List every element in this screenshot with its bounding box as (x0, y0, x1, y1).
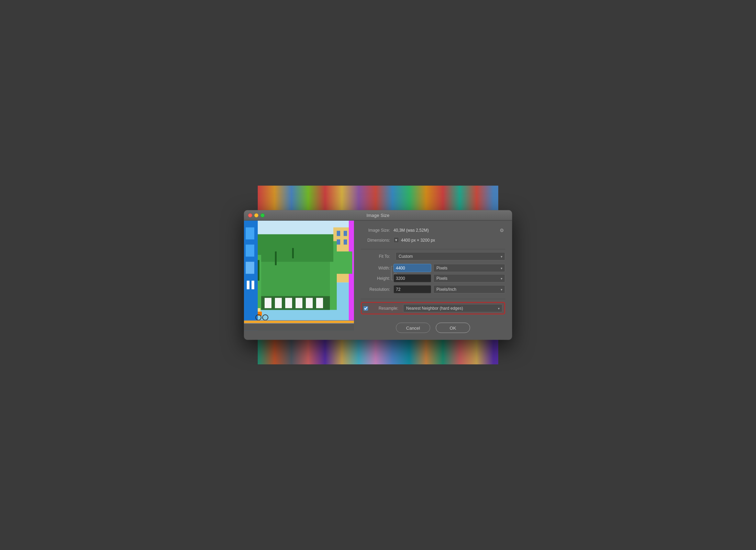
fit-to-select-wrapper: Custom Original Size (396, 252, 505, 261)
svg-rect-14 (265, 298, 271, 308)
svg-rect-18 (306, 298, 313, 308)
canvas-bottom-bg (258, 337, 498, 364)
resample-checkbox[interactable] (364, 306, 368, 310)
svg-rect-6 (344, 240, 347, 245)
image-size-row: Image Size: 40,3M (was 2,52M) ⚙ (361, 227, 505, 234)
resolution-row: Resolution: Pixels/Inch Pixels/Centimete… (361, 285, 505, 294)
resolution-unit-select[interactable]: Pixels/Inch Pixels/Centimeter (433, 285, 505, 294)
svg-rect-24 (246, 228, 254, 240)
height-unit-select[interactable]: Pixels Inches (433, 274, 505, 283)
image-size-value: 40,3M (was 2,52M) (393, 228, 498, 233)
maximize-button[interactable] (260, 213, 265, 217)
resample-checkbox-wrapper (364, 306, 368, 310)
svg-rect-3 (337, 231, 340, 236)
controls-panel: Image Size: 40,3M (was 2,52M) ⚙ Dimensio… (354, 221, 512, 340)
svg-rect-30 (258, 308, 260, 312)
svg-rect-19 (316, 298, 323, 308)
preview-svg (244, 221, 354, 331)
svg-rect-17 (296, 298, 302, 308)
height-unit-wrapper: Pixels Inches (433, 274, 505, 283)
resolution-label: Resolution: (361, 287, 393, 292)
fit-to-row: Fit To: Custom Original Size (361, 252, 505, 261)
traffic-lights (248, 213, 265, 217)
width-input[interactable] (393, 264, 431, 272)
svg-rect-20 (258, 260, 259, 281)
svg-rect-5 (337, 240, 340, 245)
svg-rect-21 (275, 252, 277, 265)
width-unit-select[interactable]: Pixels Inches Centimeters (433, 264, 505, 272)
width-unit-wrapper: Pixels Inches Centimeters (433, 264, 505, 272)
canvas-top-bg (258, 186, 498, 213)
gear-button[interactable]: ⚙ (498, 227, 505, 234)
dimensions-row: Dimensions: ▾ 4400 px × 3200 px (361, 237, 505, 243)
dimensions-dropdown-icon: ▾ (395, 238, 397, 242)
svg-rect-12 (333, 252, 352, 274)
separator-2 (361, 299, 505, 299)
cancel-button[interactable]: Cancel (396, 323, 430, 333)
svg-rect-35 (244, 324, 354, 331)
height-row: Height: Pixels Inches (361, 274, 505, 283)
button-row: Cancel OK (361, 323, 505, 333)
close-button[interactable] (248, 213, 252, 217)
svg-rect-25 (246, 245, 254, 257)
resample-method-select[interactable]: Nearest Neighbor (hard edges) Bilinear B… (403, 304, 502, 312)
dialog-body: Image Size: 40,3M (was 2,52M) ⚙ Dimensio… (244, 221, 512, 340)
width-row: Width: Pixels Inches Centimeters (361, 264, 505, 272)
height-input[interactable] (393, 274, 431, 283)
dimensions-label: Dimensions: (361, 238, 393, 242)
image-size-label: Image Size: (361, 228, 393, 233)
linked-fields: Width: Pixels Inches Centimeters Height: (361, 264, 505, 285)
fit-to-label: Fit To: (361, 254, 393, 259)
resolution-unit-wrapper: Pixels/Inch Pixels/Centimeter (433, 285, 505, 294)
fit-to-select[interactable]: Custom Original Size (396, 252, 505, 261)
svg-rect-22 (292, 248, 294, 258)
dimensions-dropdown-button[interactable]: ▾ (393, 237, 399, 243)
title-bar: Image Size (244, 210, 512, 221)
separator-1 (361, 249, 505, 250)
svg-rect-34 (244, 321, 354, 323)
dialog-title: Image Size (366, 213, 389, 218)
svg-rect-4 (344, 231, 347, 236)
image-preview (244, 221, 354, 331)
svg-rect-28 (252, 281, 254, 289)
minimize-button[interactable] (254, 213, 258, 217)
resolution-input[interactable] (393, 285, 431, 294)
width-label: Width: (361, 266, 393, 271)
svg-rect-26 (246, 262, 254, 274)
svg-rect-15 (275, 298, 282, 308)
resample-select-wrapper: Nearest Neighbor (hard edges) Bilinear B… (403, 304, 502, 312)
ok-button[interactable]: OK (436, 323, 470, 333)
height-label: Height: (361, 276, 393, 281)
svg-rect-27 (247, 281, 249, 289)
image-size-dialog: Image Size (244, 210, 512, 340)
resample-row: Resample: Nearest Neighbor (hard edges) … (361, 302, 505, 315)
svg-rect-16 (285, 298, 292, 308)
resample-label: Resample: (370, 306, 401, 311)
dimensions-value: 4400 px × 3200 px (401, 238, 435, 242)
svg-rect-10 (258, 234, 333, 262)
